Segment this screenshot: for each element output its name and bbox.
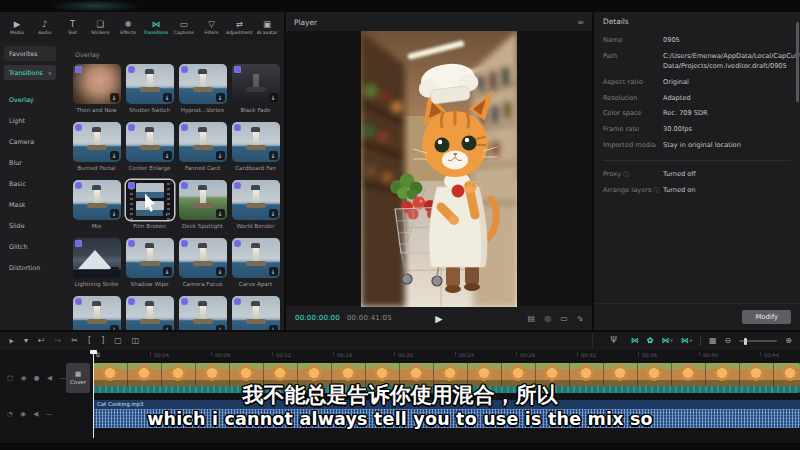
select-tool-icon[interactable]: ➤ (5, 336, 17, 347)
transition-item-lightning-strike[interactable]: ↓Lightning Strike (71, 238, 122, 288)
ruler-tick-label: 00:28 (520, 352, 535, 358)
toolbar-item-media[interactable]: ▶Media (3, 19, 31, 35)
delete-right-icon[interactable]: ] (101, 336, 104, 346)
sidebar-item-light[interactable]: Light (0, 110, 60, 131)
download-icon: ↓ (269, 325, 278, 330)
select-tool-dropdown-icon[interactable]: ▾ (24, 336, 28, 346)
transition-thumb: ↓ (232, 238, 280, 278)
linking-icon[interactable]: ⋈▾ (662, 336, 673, 346)
transition-label: Shutter Switch (124, 107, 175, 114)
sidebar-item-overlay[interactable]: Overlay (0, 89, 60, 110)
toolbar-item-stickers[interactable]: ❏Stickers (86, 19, 114, 35)
transition-item-world-bender[interactable]: ↓World Bender (230, 180, 281, 230)
redo-icon[interactable]: ↪ (55, 336, 62, 346)
vip-badge-icon (181, 182, 188, 189)
timeline-ruler[interactable]: 0 00:0400:0800:1200:1600:2000:2400:2800:… (0, 350, 800, 360)
toolbar-item-text[interactable]: TText (59, 19, 87, 35)
chevron-down-icon: ▾ (48, 70, 51, 76)
record-voiceover-icon[interactable]: Ψ (611, 336, 617, 346)
timeline-toolbar: ➤▾↩↪✂[]▢◫ Ψ⋈✿⋈▾⋈▾▦⊖⊕ (0, 332, 800, 350)
toolbar-item-captions[interactable]: ▭Captions (170, 19, 198, 35)
transition-label: Carve Apart (230, 281, 281, 288)
player-menu-icon[interactable]: ≡ (577, 18, 584, 27)
download-icon: ↓ (163, 93, 172, 102)
quality-icon[interactable]: ▤ (528, 314, 536, 323)
zoom-in-icon[interactable]: ⊕ (785, 336, 792, 346)
transition-item[interactable]: ↓ (230, 296, 281, 330)
transition-item-fanned-card[interactable]: ↓Fanned Card (177, 122, 228, 172)
transition-label: Black Fade (230, 107, 281, 114)
details-row-imported-media: Imported mediaStay in original location (594, 138, 800, 154)
modify-button[interactable]: Modify (742, 310, 791, 324)
transition-item-cardboard-fan[interactable]: ↓Cardboard Fan (230, 122, 281, 172)
toolbar-item-transitions[interactable]: ⋈Transitions (142, 19, 170, 35)
main-track-magnet-icon[interactable]: ⋈ (631, 336, 639, 346)
toolbar-item-ai-avatar[interactable]: ▣AI avatar (253, 19, 281, 35)
transition-item-mix[interactable]: ↓Mix (71, 180, 122, 230)
mirror-icon[interactable]: ◫ (132, 336, 140, 346)
sidebar-item-mask[interactable]: Mask (0, 194, 60, 215)
sidebar-item-glitch[interactable]: Glitch (0, 236, 60, 257)
lighthouse-graphic (200, 189, 206, 205)
sidebar-items: OverlayLightCameraBlurBasicMaskSlideGlit… (0, 89, 60, 278)
fullscreen-icon[interactable]: ⇔ (574, 313, 585, 324)
play-button[interactable]: ▶ (435, 313, 442, 324)
preview-frame-icon[interactable]: ▦ (709, 336, 717, 346)
zoom-slider-knob[interactable] (744, 338, 747, 345)
transition-item-shutter-switch[interactable]: ↓Shutter Switch (124, 64, 175, 114)
delete-left-icon[interactable]: [ (88, 336, 91, 346)
details-label: Path (603, 52, 663, 71)
sidebar-favorites[interactable]: Favorites (4, 46, 56, 61)
delete-icon[interactable]: ▢ (114, 336, 122, 346)
transition-item-carve-apart[interactable]: ↓Carve Apart (230, 238, 281, 288)
split-icon[interactable]: ✂ (71, 336, 78, 346)
vip-badge-icon (234, 182, 241, 189)
transition-item-black-fade[interactable]: ↓Black Fade (230, 64, 281, 114)
transition-label: Hypnot...Vortex (177, 107, 228, 114)
ratio-icon[interactable]: ▭ (560, 314, 568, 323)
sidebar-item-basic[interactable]: Basic (0, 173, 60, 194)
transition-item-burned-portal[interactable]: ↓Burned Portal (71, 122, 122, 172)
details-label: Arrange layersⓘ (603, 186, 663, 196)
player-header: Player ≡ (286, 12, 592, 31)
vip-badge-icon (75, 240, 82, 247)
sidebar-item-blur[interactable]: Blur (0, 152, 60, 173)
zoom-slider[interactable] (739, 340, 777, 342)
zoom-out-icon[interactable]: ⊖ (725, 336, 732, 346)
preview-axis-icon[interactable]: ⋈▾ (681, 336, 692, 346)
sidebar-item-slide[interactable]: Slide (0, 215, 60, 236)
toolbar-item-filters[interactable]: ▽Filters (198, 19, 226, 35)
toolbar-item-effects[interactable]: ❋Effects (114, 19, 142, 35)
transition-item[interactable]: ↓ (177, 296, 228, 330)
details-label: Color space (603, 109, 663, 119)
details-value: C:/Users/Emenwa/AppData/Local/CapCut/Use… (663, 52, 800, 71)
toolbar-item-audio[interactable]: ♪Audio (31, 19, 59, 35)
transition-item-film-broken[interactable]: ↓Film Broken (124, 180, 175, 230)
details-label: Aspect ratio (603, 78, 663, 88)
transition-item-shadow-wipe[interactable]: ↓Shadow Wipe (124, 238, 175, 288)
details-scrollbar[interactable] (796, 22, 799, 102)
ruler-tick-label: 00:20 (398, 352, 413, 358)
toolbar-item-label: Effects (120, 30, 136, 35)
snapshot-icon[interactable]: ◎ (544, 314, 551, 323)
vip-badge-icon (75, 182, 82, 189)
transition-item-camera-focus[interactable]: ↓Camera Focus (177, 238, 228, 288)
transition-item-then-and-now[interactable]: ↓Then and Now (71, 64, 122, 114)
sidebar-item-camera[interactable]: Camera (0, 131, 60, 152)
transition-item-hypnot-vortex[interactable]: ↓Hypnot...Vortex (177, 64, 228, 114)
video-preview[interactable] (361, 31, 517, 307)
sidebar-item-distortion[interactable]: Distortion (0, 257, 60, 278)
details-row-resolution: ResolutionAdapted (594, 90, 800, 106)
transition-label: Then and Now (71, 107, 122, 114)
toolbar-item-label: Media (10, 30, 24, 35)
auto-snapping-icon[interactable]: ✿ (647, 336, 654, 346)
sidebar-category-transitions[interactable]: Transitions ▾ (4, 65, 56, 80)
toolbar-item-adjustment[interactable]: ⇄Adjustment (225, 19, 253, 35)
transition-label: Cardboard Fan (230, 165, 281, 172)
lighthouse-graphic (253, 73, 259, 89)
transition-item-deck-spotlight[interactable]: ↓Deck Spotlight (177, 180, 228, 230)
transition-item[interactable]: ↓ (71, 296, 122, 330)
transition-item[interactable]: ↓ (124, 296, 175, 330)
transition-item-center-enlarge[interactable]: ↓Center Enlarge (124, 122, 175, 172)
undo-icon[interactable]: ↩ (38, 336, 45, 346)
